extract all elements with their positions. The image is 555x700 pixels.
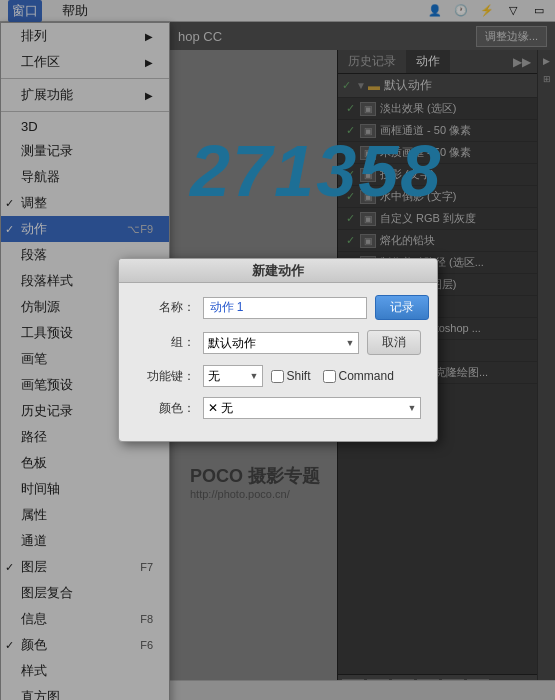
color-label: 颜色： bbox=[135, 400, 195, 417]
command-checkbox[interactable] bbox=[323, 370, 336, 383]
name-label: 名称： bbox=[135, 299, 195, 316]
record-action-btn[interactable]: 记录 bbox=[375, 295, 429, 320]
dialog-hotkey-row: 功能键： 无 ▼ Shift Command bbox=[135, 365, 421, 387]
hotkey-select[interactable]: 无 bbox=[203, 365, 263, 387]
dialog-group-row: 组： 默认动作 ▼ 取消 bbox=[135, 330, 421, 355]
dialog-body: 名称： 记录 组： 默认动作 ▼ 取消 功能键： bbox=[119, 283, 437, 441]
name-input[interactable] bbox=[203, 297, 367, 319]
dialog-name-row: 名称： 记录 bbox=[135, 295, 421, 320]
cancel-btn[interactable]: 取消 bbox=[367, 330, 421, 355]
shift-checkbox[interactable] bbox=[271, 370, 284, 383]
shift-checkbox-label: Shift bbox=[271, 369, 311, 383]
command-checkbox-label: Command bbox=[323, 369, 394, 383]
group-label: 组： bbox=[135, 334, 195, 351]
group-select-wrapper: 默认动作 ▼ bbox=[203, 332, 359, 354]
dialog-title: 新建动作 bbox=[119, 259, 437, 283]
color-select-wrapper: ✕ 无 ▼ bbox=[203, 397, 421, 419]
hotkey-label: 功能键： bbox=[135, 368, 195, 385]
dialog-color-row: 颜色： ✕ 无 ▼ bbox=[135, 397, 421, 419]
group-select[interactable]: 默认动作 bbox=[203, 332, 359, 354]
dialog-overlay: 新建动作 名称： 记录 组： 默认动作 ▼ 取消 功能键 bbox=[0, 0, 555, 700]
color-select[interactable]: ✕ 无 bbox=[203, 397, 421, 419]
hotkey-select-wrapper: 无 ▼ bbox=[203, 365, 263, 387]
new-action-dialog: 新建动作 名称： 记录 组： 默认动作 ▼ 取消 功能键 bbox=[118, 258, 438, 442]
